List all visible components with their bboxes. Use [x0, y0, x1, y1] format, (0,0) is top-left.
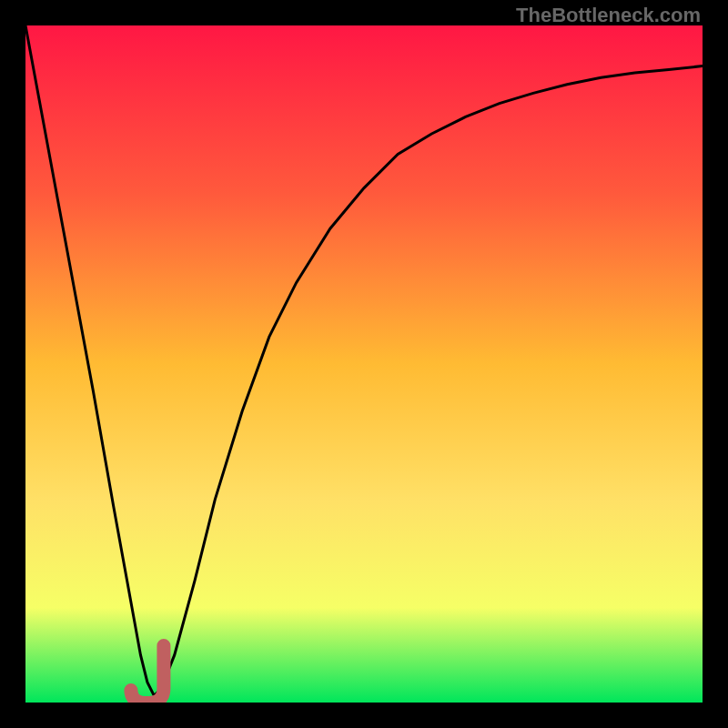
- chart-svg: [25, 25, 703, 703]
- chart-frame: TheBottleneck.com: [0, 0, 728, 728]
- gradient-background: [25, 25, 703, 703]
- source-watermark: TheBottleneck.com: [516, 4, 701, 27]
- chart-plot-area: [25, 25, 703, 703]
